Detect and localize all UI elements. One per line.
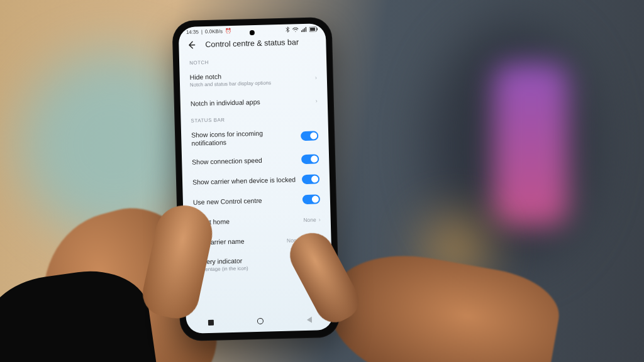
page-title: Control centre & status bar <box>205 38 299 49</box>
row-title: Show icons for incoming notifications <box>191 128 296 148</box>
wifi-icon <box>292 27 299 32</box>
row-show-icons[interactable]: Show icons for incoming notifications <box>181 122 329 152</box>
row-title: Show connection speed <box>192 156 296 167</box>
toggle-show-carrier[interactable] <box>302 175 319 185</box>
nav-back-button[interactable] <box>306 317 311 323</box>
svg-rect-3 <box>306 26 307 31</box>
toggle-connection-speed[interactable] <box>301 155 319 165</box>
alarm-icon: ⏰ <box>225 28 231 34</box>
android-nav-bar <box>186 311 334 331</box>
toggle-new-cc[interactable] <box>303 195 320 205</box>
row-title: Show carrier when device is locked <box>192 176 297 187</box>
svg-rect-5 <box>310 27 315 30</box>
status-time: 14:35 <box>186 29 199 35</box>
svg-rect-6 <box>317 28 318 30</box>
status-netspeed: 0.0KB/s <box>205 28 223 35</box>
battery-icon <box>309 26 318 31</box>
chevron-right-icon: › <box>319 216 321 222</box>
svg-rect-1 <box>303 29 304 31</box>
toggle-show-icons[interactable] <box>301 131 318 141</box>
bluetooth-icon <box>286 27 290 33</box>
row-title: Use new Control centre <box>193 195 297 206</box>
nav-home-button[interactable] <box>257 318 263 324</box>
signal-icon <box>301 26 307 31</box>
chevron-right-icon: › <box>316 97 318 104</box>
row-hide-notch[interactable]: Hide notch Notch and status bar display … <box>179 65 327 94</box>
chevron-right-icon: › <box>315 75 317 81</box>
svg-rect-0 <box>301 30 302 32</box>
back-button[interactable] <box>186 40 196 50</box>
row-value: None <box>303 216 316 223</box>
svg-rect-2 <box>304 28 305 31</box>
nav-recent-button[interactable] <box>208 319 213 325</box>
row-title: Notch in individual apps <box>191 97 311 108</box>
